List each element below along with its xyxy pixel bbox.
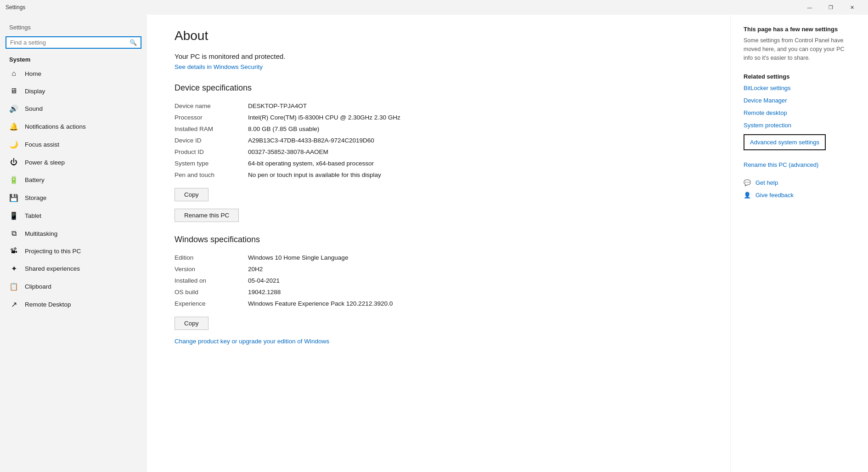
spec-value: 05-04-2021	[248, 275, 703, 286]
sidebar-label-projecting: Projecting to this PC	[25, 248, 81, 255]
table-row: Device nameDESKTOP-TPJA4OT	[175, 100, 703, 112]
sidebar-item-multitasking[interactable]: ⧉Multitasking	[0, 225, 147, 242]
sidebar-item-remote[interactable]: ↗Remote Desktop	[0, 296, 147, 313]
sidebar-item-shared[interactable]: ✦Shared experiences	[0, 260, 147, 278]
titlebar: Settings — ❐ ✕	[0, 0, 868, 15]
sidebar-icon-sound: 🔊	[9, 104, 18, 113]
advanced-system-settings-link[interactable]: Advanced system settings	[744, 134, 826, 150]
rename-pc-button[interactable]: Rename this PC	[175, 209, 239, 222]
related-link-system-protection[interactable]: System protection	[744, 122, 855, 129]
sidebar-icon-shared: ✦	[9, 264, 18, 273]
see-details-link[interactable]: See details in Windows Security	[175, 63, 263, 70]
sidebar-item-notifications[interactable]: 🔔Notifications & actions	[0, 118, 147, 136]
system-section-label: System	[0, 52, 147, 65]
restore-button[interactable]: ❐	[820, 0, 841, 15]
sidebar-icon-tablet: 📱	[9, 211, 18, 220]
sidebar-icon-remote: ↗	[9, 300, 18, 309]
sidebar-label-display: Display	[25, 88, 45, 95]
windows-specs-title: Windows specifications	[175, 235, 703, 245]
sidebar-item-power[interactable]: ⏻Power & sleep	[0, 154, 147, 171]
rename-advanced-link[interactable]: Rename this PC (advanced)	[744, 161, 855, 168]
table-row: System type64-bit operating system, x64-…	[175, 158, 703, 169]
spec-value: No pen or touch input is available for t…	[248, 169, 703, 181]
spec-label: Pen and touch	[175, 169, 248, 181]
sidebar-item-display[interactable]: 🖥Display	[0, 82, 147, 100]
sidebar-item-home[interactable]: ⌂Home	[0, 65, 147, 82]
related-link-bitlocker[interactable]: BitLocker settings	[744, 85, 855, 91]
spec-label: Installed RAM	[175, 123, 248, 135]
related-links: BitLocker settingsDevice ManagerRemote d…	[744, 85, 855, 129]
protection-text: Your PC is monitored and protected.	[175, 52, 703, 60]
spec-label: OS build	[175, 286, 248, 298]
spec-label: Experience	[175, 298, 248, 309]
table-row: ExperienceWindows Feature Experience Pac…	[175, 298, 703, 309]
titlebar-controls: — ❐ ✕	[799, 0, 862, 15]
table-row: Installed RAM8.00 GB (7.85 GB usable)	[175, 123, 703, 135]
related-settings-title: Related settings	[744, 73, 855, 80]
give-feedback-item[interactable]: 👤 Give feedback	[744, 192, 855, 199]
sidebar-item-battery[interactable]: 🔋Battery	[0, 171, 147, 189]
sidebar-label-battery: Battery	[25, 176, 45, 183]
sidebar: Settings 🔍 System ⌂Home🖥Display🔊Sound🔔No…	[0, 15, 147, 472]
sidebar-icon-projecting: 📽	[9, 247, 18, 255]
new-settings-header: This page has a few new settings	[744, 26, 855, 33]
spec-label: Installed on	[175, 275, 248, 286]
copy-button-2[interactable]: Copy	[175, 317, 209, 330]
spec-value: Windows Feature Experience Pack 120.2212…	[248, 298, 703, 309]
spec-value: Intel(R) Core(TM) i5-8300H CPU @ 2.30GHz…	[248, 112, 703, 123]
table-row: Device IDA29B13C3-47DB-4433-B82A-9724C20…	[175, 135, 703, 146]
search-input[interactable]	[10, 39, 130, 46]
spec-label: Version	[175, 263, 248, 275]
table-row: OS build19042.1288	[175, 286, 703, 298]
sidebar-item-tablet[interactable]: 📱Tablet	[0, 207, 147, 225]
table-row: Pen and touchNo pen or touch input is av…	[175, 169, 703, 181]
spec-label: Device name	[175, 100, 248, 112]
sidebar-icon-storage: 💾	[9, 193, 18, 202]
spec-value: 19042.1288	[248, 286, 703, 298]
sidebar-icon-focus: 🌙	[9, 140, 18, 149]
spec-value: A29B13C3-47DB-4433-B82A-9724C2019D60	[248, 135, 703, 146]
related-link-device-manager[interactable]: Device Manager	[744, 97, 855, 104]
sidebar-label-tablet: Tablet	[25, 212, 41, 219]
give-feedback-icon: 👤	[744, 192, 751, 199]
sidebar-icon-clipboard: 📋	[9, 282, 18, 291]
sidebar-label-shared: Shared experiences	[25, 265, 80, 272]
sidebar-label-multitasking: Multitasking	[25, 230, 57, 237]
sidebar-icon-multitasking: ⧉	[9, 229, 18, 238]
sidebar-item-focus[interactable]: 🌙Focus assist	[0, 136, 147, 154]
sidebar-icon-battery: 🔋	[9, 176, 18, 184]
spec-label: Edition	[175, 252, 248, 263]
change-product-key-link[interactable]: Change product key or upgrade your editi…	[175, 338, 329, 345]
search-box[interactable]: 🔍	[6, 36, 141, 49]
sidebar-icon-home: ⌂	[9, 69, 18, 78]
table-row: ProcessorIntel(R) Core(TM) i5-8300H CPU …	[175, 112, 703, 123]
sidebar-label-remote: Remote Desktop	[25, 301, 71, 308]
sidebar-label-home: Home	[25, 70, 41, 77]
new-settings-desc: Some settings from Control Panel have mo…	[744, 36, 855, 62]
main-content: About Your PC is monitored and protected…	[147, 15, 730, 472]
close-button[interactable]: ✕	[841, 0, 862, 15]
spec-label: Product ID	[175, 146, 248, 158]
sidebar-label-storage: Storage	[25, 194, 46, 201]
sidebar-item-sound[interactable]: 🔊Sound	[0, 100, 147, 118]
get-help-item[interactable]: 💬 Get help	[744, 179, 855, 186]
sidebar-icon-display: 🖥	[9, 87, 18, 95]
sidebar-label-sound: Sound	[25, 105, 43, 112]
copy-button-1[interactable]: Copy	[175, 188, 209, 201]
minimize-button[interactable]: —	[799, 0, 820, 15]
sidebar-item-projecting[interactable]: 📽Projecting to this PC	[0, 242, 147, 260]
sidebar-item-clipboard[interactable]: 📋Clipboard	[0, 278, 147, 296]
spec-label: System type	[175, 158, 248, 169]
app-body: Settings 🔍 System ⌂Home🖥Display🔊Sound🔔No…	[0, 15, 868, 472]
table-row: Version20H2	[175, 263, 703, 275]
sidebar-label-focus: Focus assist	[25, 141, 59, 148]
sidebar-header: Settings	[0, 15, 147, 34]
sidebar-label-notifications: Notifications & actions	[25, 123, 86, 130]
device-specs-table: Device nameDESKTOP-TPJA4OTProcessorIntel…	[175, 100, 703, 181]
sidebar-items: ⌂Home🖥Display🔊Sound🔔Notifications & acti…	[0, 65, 147, 313]
sidebar-item-storage[interactable]: 💾Storage	[0, 189, 147, 207]
spec-value: 20H2	[248, 263, 703, 275]
right-panel: This page has a few new settings Some se…	[730, 15, 868, 472]
related-link-remote-desktop[interactable]: Remote desktop	[744, 109, 855, 116]
table-row: Installed on05-04-2021	[175, 275, 703, 286]
